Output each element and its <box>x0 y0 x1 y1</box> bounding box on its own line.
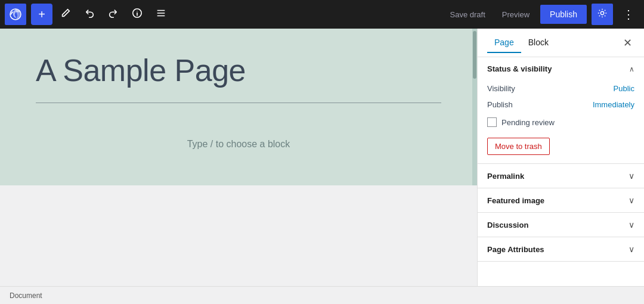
page-title[interactable]: A Sample Page <box>36 52 441 88</box>
pending-review-label: Pending review <box>501 118 555 127</box>
title-divider <box>36 103 441 103</box>
statusbar-label: Document <box>10 291 42 300</box>
sidebar-body: Status & visibility ∧ Visibility Public … <box>478 57 644 286</box>
toolbar: + <box>0 0 644 29</box>
tab-page[interactable]: Page <box>487 33 521 53</box>
page-attributes-header[interactable]: Page Attributes ∨ <box>478 237 644 261</box>
discussion-header[interactable]: Discussion ∨ <box>478 213 644 237</box>
permalink-chevron-icon: ∨ <box>628 171 634 181</box>
pencil-icon <box>60 8 71 21</box>
status-visibility-header[interactable]: Status & visibility ∧ <box>478 57 644 80</box>
list-view-button[interactable] <box>150 4 172 25</box>
sidebar-header: Page Block ✕ <box>478 29 644 57</box>
details-button[interactable] <box>126 4 148 25</box>
featured-image-header[interactable]: Featured image ∨ <box>478 188 644 212</box>
visibility-label: Visibility <box>487 84 515 93</box>
statusbar: Document <box>0 286 644 304</box>
status-visibility-section: Status & visibility ∧ Visibility Public … <box>478 57 644 164</box>
tools-button[interactable] <box>55 4 76 25</box>
page-attributes-chevron-icon: ∨ <box>628 244 634 254</box>
page-attributes-title: Page Attributes <box>487 245 544 254</box>
close-icon: ✕ <box>623 37 632 49</box>
discussion-title: Discussion <box>487 221 528 229</box>
publish-value[interactable]: Immediately <box>593 100 634 109</box>
chevron-up-icon: ∧ <box>629 65 634 73</box>
visibility-value[interactable]: Public <box>614 84 634 93</box>
permalink-header[interactable]: Permalink ∨ <box>478 164 644 188</box>
redo-button[interactable] <box>103 4 124 25</box>
main-layout: A Sample Page Type / to choose a block P… <box>0 29 644 286</box>
discussion-chevron-icon: ∨ <box>628 220 634 229</box>
plus-icon: + <box>38 8 45 21</box>
preview-button[interactable]: Preview <box>496 7 535 23</box>
undo-button[interactable] <box>79 4 100 25</box>
sidebar-close-button[interactable]: ✕ <box>621 35 634 51</box>
wp-logo[interactable] <box>5 4 26 25</box>
move-to-trash-button[interactable]: Move to trash <box>487 138 550 155</box>
tab-block[interactable]: Block <box>521 33 556 53</box>
visibility-row: Visibility Public <box>478 80 644 97</box>
move-to-trash-row: Move to trash <box>478 132 644 163</box>
featured-image-chevron-icon: ∨ <box>628 196 634 205</box>
settings-button[interactable] <box>592 4 613 25</box>
editor-wrapper: A Sample Page Type / to choose a block <box>0 29 477 286</box>
undo-icon <box>84 8 95 21</box>
sidebar-tabs: Page Block <box>487 33 621 53</box>
featured-image-title: Featured image <box>487 196 544 205</box>
permalink-section: Permalink ∨ <box>478 164 644 188</box>
gear-icon <box>597 8 608 21</box>
editor-scrollbar[interactable] <box>472 29 477 185</box>
pending-review-row: Pending review <box>478 113 644 132</box>
publish-label: Publish <box>487 100 513 109</box>
publish-row: Publish Immediately <box>478 97 644 113</box>
save-draft-button[interactable]: Save draft <box>444 7 491 23</box>
status-visibility-title: Status & visibility <box>487 64 552 73</box>
discussion-section: Discussion ∨ <box>478 213 644 237</box>
editor-canvas[interactable]: A Sample Page Type / to choose a block <box>0 29 477 185</box>
scrollbar-thumb <box>473 31 476 79</box>
sidebar-panel: Page Block ✕ Status & visibility ∧ Visib… <box>477 29 644 286</box>
pending-review-checkbox[interactable] <box>487 117 497 127</box>
block-placeholder[interactable]: Type / to choose a block <box>36 127 441 162</box>
toolbar-right: Save draft Preview Publish ⋮ <box>444 4 639 25</box>
editor-content: A Sample Page Type / to choose a block <box>0 29 477 185</box>
list-icon <box>156 8 166 21</box>
publish-button[interactable]: Publish <box>540 5 587 24</box>
add-block-button[interactable]: + <box>31 4 52 25</box>
more-options-button[interactable]: ⋮ <box>618 4 639 25</box>
permalink-title: Permalink <box>487 172 524 181</box>
page-attributes-section: Page Attributes ∨ <box>478 237 644 262</box>
featured-image-section: Featured image ∨ <box>478 188 644 213</box>
ellipsis-icon: ⋮ <box>623 7 634 21</box>
info-icon <box>132 8 143 21</box>
svg-point-2 <box>600 11 603 14</box>
redo-icon <box>108 8 119 21</box>
